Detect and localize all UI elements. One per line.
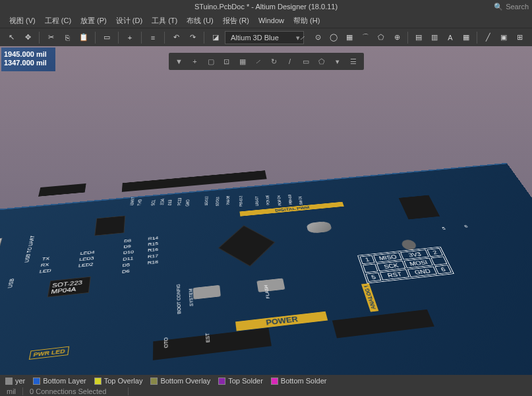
tool-redo-icon[interactable]: ↷ <box>185 30 200 45</box>
oto-label: OTO <box>163 337 169 348</box>
usb-connector-1 <box>0 238 3 253</box>
tbl-1: 1 <box>360 255 375 264</box>
tool-undo-icon[interactable]: ↶ <box>169 30 183 45</box>
menu-bar: 视图 (V) 工程 (C) 放置 (P) 设计 (D) 工具 (T) 布线 (U… <box>0 13 532 28</box>
uart-pin: UART <box>129 197 136 206</box>
rotate-icon[interactable]: ↻ <box>268 55 281 68</box>
measure-icon[interactable]: ⟋ <box>252 55 265 68</box>
d10-label: D10 <box>123 250 134 256</box>
yellow-header <box>0 319 18 354</box>
tool-comp-icon[interactable]: ▣ <box>496 30 511 45</box>
tool-cut-icon[interactable]: ✂ <box>44 30 58 45</box>
tbl-6: 6 <box>435 265 452 274</box>
usb-label: USB <box>7 279 16 288</box>
drop-icon[interactable]: ▾ <box>331 55 344 68</box>
layer-swatch <box>5 378 13 385</box>
layer-tab-topoverlay[interactable]: Top Overlay <box>94 377 143 385</box>
main-toolbar: ↖ ✥ ✂ ⎘ 📋 ▭ + ≡ ↶ ↷ ◪ Altium 3D Blue ⟋ ⊙… <box>0 28 532 46</box>
header-top-2 <box>122 171 267 193</box>
menu-place[interactable]: 放置 (P) <box>76 15 111 27</box>
search-box[interactable]: 🔍 Search <box>494 3 529 11</box>
layer-tab-botsolder[interactable]: Bottom Solder <box>271 377 327 385</box>
layer-swatch <box>218 378 225 385</box>
separator <box>164 32 165 44</box>
layer-swatch <box>33 378 40 385</box>
header-bottom-2 <box>332 310 434 339</box>
tool-move-icon[interactable]: ✥ <box>20 30 35 45</box>
tool-layers-icon[interactable]: ≡ <box>146 30 160 45</box>
button-1 <box>192 285 220 300</box>
line2-icon[interactable]: / <box>283 55 297 68</box>
r18-label: R18 <box>148 259 158 265</box>
tool-text-icon[interactable]: A <box>443 30 458 45</box>
menu-route[interactable]: 布线 (U) <box>183 15 217 27</box>
menu-window[interactable]: Window <box>254 15 288 26</box>
add-icon[interactable]: + <box>189 55 202 68</box>
search-label: Search <box>506 3 529 11</box>
tool-cursor-icon[interactable]: ↖ <box>4 30 18 45</box>
menu-help[interactable]: 帮助 (H) <box>289 15 324 27</box>
snap-icon[interactable]: ⊡ <box>220 55 233 68</box>
tool-pad-icon[interactable]: ◯ <box>326 30 341 45</box>
thd-pin: THD <box>136 199 143 206</box>
h5-label: 5 <box>441 226 446 231</box>
menu-report[interactable]: 报告 (R) <box>219 15 253 27</box>
tool-paste-icon[interactable]: 📋 <box>76 30 91 45</box>
filter-icon[interactable]: ▼ <box>173 55 186 68</box>
separator <box>141 32 142 44</box>
menu-design[interactable]: 设计 (D) <box>112 15 146 27</box>
tool-via-icon[interactable]: ⊙ <box>310 30 325 45</box>
tool-string-icon[interactable]: ▦ <box>459 30 473 45</box>
view-mode-dropdown[interactable]: Altium 3D Blue <box>225 31 304 44</box>
header-bottom-1 <box>153 328 272 360</box>
tool-fill-icon[interactable]: ▦ <box>342 30 357 45</box>
select-icon[interactable]: ▢ <box>204 55 218 68</box>
tool-misc-icon[interactable]: ⊞ <box>512 30 527 45</box>
pwrled-label: PWR LED <box>29 346 70 359</box>
bootcfg-label: BOOT CONFIG <box>176 284 183 314</box>
separator <box>118 32 119 44</box>
menu-view[interactable]: 视图 (V) <box>5 15 40 27</box>
rect2-icon[interactable]: ▭ <box>299 55 312 68</box>
tbl-gnd: GND <box>407 266 437 277</box>
menu-project[interactable]: 工程 (C) <box>41 15 75 27</box>
tool-grid1-icon[interactable]: ▤ <box>411 30 426 45</box>
tool-route-icon[interactable]: ⟋ <box>295 30 309 45</box>
misc5-pin: LRS-D7 <box>254 197 259 207</box>
tool-poly-icon[interactable]: ⬠ <box>374 30 388 45</box>
header-top-1 <box>38 183 86 197</box>
grid-icon[interactable]: ▦ <box>236 55 249 68</box>
menu-tools[interactable]: 工具 (T) <box>148 15 181 27</box>
3d-viewport[interactable]: 1945.000 mil 1347.000 mil ▼ + ▢ ⊡ ▦ ⟋ ↻ … <box>0 46 532 375</box>
layer-swatch <box>271 378 278 385</box>
led3-label: LED3 <box>79 256 94 262</box>
tool-plus-icon[interactable]: + <box>123 30 137 45</box>
tx-label: TX <box>42 256 50 261</box>
layer-tab[interactable]: yer <box>5 377 25 385</box>
tool-rect-icon[interactable]: ▭ <box>100 30 114 45</box>
rx-label: RX <box>40 262 49 268</box>
r15-label: R15 <box>148 242 158 247</box>
tool-grid2-icon[interactable]: ▥ <box>427 30 442 45</box>
misc6-pin: PCK-D5 <box>266 195 270 205</box>
poly2-icon[interactable]: ⬠ <box>315 55 328 68</box>
power-band: POWER <box>236 312 328 331</box>
layer-tab-topsolder[interactable]: Top Solder <box>218 377 263 385</box>
tool-dim-icon[interactable]: ⊕ <box>390 30 404 45</box>
separator <box>204 32 204 44</box>
layer-tab-botoverlay[interactable]: Bottom Overlay <box>150 377 210 385</box>
tool-line-icon[interactable]: ╱ <box>481 30 495 45</box>
tool-copy-icon[interactable]: ⎘ <box>60 30 74 45</box>
r14-label: R14 <box>148 236 159 241</box>
regulator-chip: SOT-223 MP04A <box>47 277 91 298</box>
d9-label: D9 <box>123 244 131 249</box>
separator <box>39 32 40 44</box>
tbl-5: 5 <box>366 273 382 282</box>
menu-icon[interactable]: ☰ <box>347 55 360 68</box>
layer-tabs: yer Bottom Layer Top Overlay Bottom Over… <box>0 375 532 387</box>
tool-3d-icon[interactable]: ◪ <box>208 30 223 45</box>
d6-label: D6 <box>122 269 130 275</box>
tool-arc-icon[interactable]: ⌒ <box>358 30 372 45</box>
layer-tab-bottom[interactable]: Bottom Layer <box>33 377 86 385</box>
analog-band: ANALOG I <box>361 283 378 312</box>
